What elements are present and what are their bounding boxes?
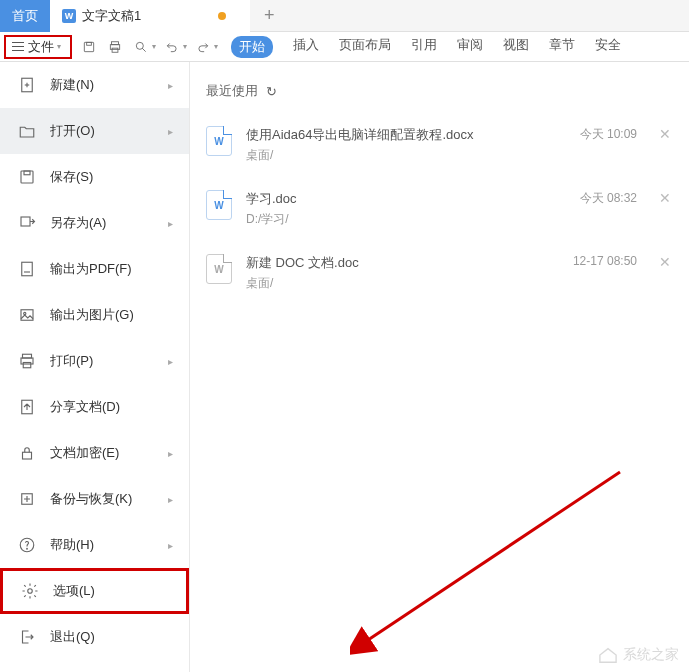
chevron-down-icon[interactable]: ▾ [214,42,218,51]
print-icon [18,352,36,370]
sidebar-item-exportimg[interactable]: 输出为图片(G) [0,292,189,338]
sidebar-label: 打开(O) [50,122,95,140]
sidebar-label: 打印(P) [50,352,93,370]
undo-icon[interactable] [162,37,182,57]
sidebar-label: 保存(S) [50,168,93,186]
sidebar-item-new[interactable]: 新建(N) ▸ [0,62,189,108]
refresh-icon[interactable]: ↻ [266,84,277,99]
exit-icon [18,628,36,646]
recent-header: 最近使用 ↻ [206,82,673,100]
tab-bar: 首页 W 文字文稿1 + [0,0,689,32]
main-area: 新建(N) ▸ 打开(O) ▸ 保存(S) 另存为(A) ▸ 输出为PDF(F)… [0,62,689,672]
remove-recent-button[interactable]: ✕ [657,254,673,270]
file-info: 使用Aida64导出电脑详细配置教程.docx 桌面/ [246,126,580,164]
svg-rect-12 [21,217,30,226]
svg-rect-1 [87,42,92,45]
file-name: 学习.doc [246,190,580,208]
chevron-down-icon[interactable]: ▾ [183,42,187,51]
file-name: 新建 DOC 文档.doc [246,254,573,272]
sidebar-label: 备份与恢复(K) [50,490,132,508]
svg-rect-18 [23,363,31,368]
preview-icon[interactable] [131,37,151,57]
redo-icon[interactable] [193,37,213,57]
sidebar-item-options[interactable]: 选项(L) [0,568,189,614]
file-time: 今天 08:32 [580,190,637,207]
sidebar-item-share[interactable]: 分享文档(D) [0,384,189,430]
sidebar-item-open[interactable]: 打开(O) ▸ [0,108,189,154]
gear-icon [21,582,39,600]
tab-document-title: 文字文稿1 [82,7,141,25]
svg-line-6 [142,48,146,52]
share-icon [18,398,36,416]
sidebar-item-backup[interactable]: 备份与恢复(K) ▸ [0,476,189,522]
tab-document[interactable]: W 文字文稿1 [50,0,250,32]
sidebar-label: 输出为图片(G) [50,306,134,324]
ribbon-tab-chapter[interactable]: 章节 [549,36,575,58]
chevron-right-icon: ▸ [168,448,173,459]
sidebar-item-exportpdf[interactable]: 输出为PDF(F) [0,246,189,292]
new-icon [18,76,36,94]
chevron-right-icon: ▸ [168,356,173,367]
sidebar-item-exit[interactable]: 退出(Q) [0,614,189,660]
svg-rect-14 [21,310,33,321]
recent-files-panel: 最近使用 ↻ W 使用Aida64导出电脑详细配置教程.docx 桌面/ 今天 … [190,62,689,672]
file-name: 使用Aida64导出电脑详细配置教程.docx [246,126,580,144]
ribbon-tab-view[interactable]: 视图 [503,36,529,58]
file-menu-button[interactable]: 文件 ▾ [4,35,72,59]
svg-rect-11 [24,171,30,175]
hamburger-icon [12,42,24,52]
sidebar-item-saveas[interactable]: 另存为(A) ▸ [0,200,189,246]
recent-title: 最近使用 [206,82,258,100]
sidebar-label: 分享文档(D) [50,398,120,416]
chevron-down-icon: ▾ [57,42,61,51]
save-icon [18,168,36,186]
image-icon [18,306,36,324]
ribbon-tab-layout[interactable]: 页面布局 [339,36,391,58]
ribbon-tabs: 开始 插入 页面布局 引用 审阅 视图 章节 安全 [231,36,621,58]
file-time: 今天 10:09 [580,126,637,143]
remove-recent-button[interactable]: ✕ [657,190,673,206]
sidebar-item-encrypt[interactable]: 文档加密(E) ▸ [0,430,189,476]
svg-rect-10 [21,171,33,183]
recent-files-list: W 使用Aida64导出电脑详细配置教程.docx 桌面/ 今天 10:09 ✕… [206,118,673,310]
chevron-down-icon[interactable]: ▾ [152,42,156,51]
watermark: 系统之家 [597,646,679,664]
doc-file-icon: W [206,126,232,156]
svg-rect-4 [112,48,118,52]
file-path: 桌面/ [246,147,580,164]
sidebar-label: 新建(N) [50,76,94,94]
recent-file-row[interactable]: W 学习.doc D:/学习/ 今天 08:32 ✕ [206,182,673,246]
ribbon-tab-insert[interactable]: 插入 [293,36,319,58]
toolbar: 文件 ▾ ▾ ▾ ▾ 开始 插入 页面布局 引用 审阅 视图 章节 安全 [0,32,689,62]
file-menu-label: 文件 [28,38,54,56]
svg-rect-0 [84,42,93,51]
saveas-icon [18,214,36,232]
ribbon-tab-security[interactable]: 安全 [595,36,621,58]
sidebar-item-help[interactable]: 帮助(H) ▸ [0,522,189,568]
sidebar-label: 退出(Q) [50,628,95,646]
tab-home[interactable]: 首页 [0,0,50,32]
file-path: D:/学习/ [246,211,580,228]
recent-file-row[interactable]: W 新建 DOC 文档.doc 桌面/ 12-17 08:50 ✕ [206,246,673,310]
sidebar-item-print[interactable]: 打印(P) ▸ [0,338,189,384]
doc-file-icon: W [206,254,232,284]
file-time: 12-17 08:50 [573,254,637,268]
remove-recent-button[interactable]: ✕ [657,126,673,142]
save-icon[interactable] [79,37,99,57]
sidebar-label: 帮助(H) [50,536,94,554]
ribbon-tab-ref[interactable]: 引用 [411,36,437,58]
svg-rect-13 [22,262,33,276]
print-icon[interactable] [105,37,125,57]
sidebar-item-save[interactable]: 保存(S) [0,154,189,200]
tab-add-button[interactable]: + [250,0,289,31]
ribbon-tab-start[interactable]: 开始 [231,36,273,58]
chevron-right-icon: ▸ [168,494,173,505]
svg-point-24 [28,589,33,594]
ribbon-tab-review[interactable]: 审阅 [457,36,483,58]
sidebar-label: 输出为PDF(F) [50,260,132,278]
recent-file-row[interactable]: W 使用Aida64导出电脑详细配置教程.docx 桌面/ 今天 10:09 ✕ [206,118,673,182]
annotation-arrow [350,462,630,662]
file-sidebar: 新建(N) ▸ 打开(O) ▸ 保存(S) 另存为(A) ▸ 输出为PDF(F)… [0,62,190,672]
doc-file-icon: W [206,190,232,220]
lock-icon [18,444,36,462]
